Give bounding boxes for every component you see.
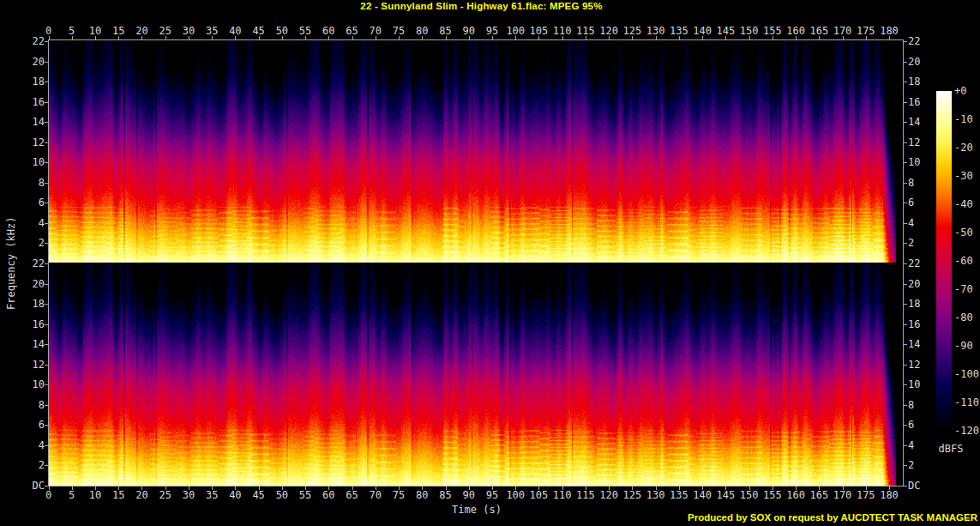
freq-tick-label-right: 8 (908, 399, 939, 411)
time-tick-mark-top (725, 36, 726, 39)
time-tick-mark-bottom (609, 487, 610, 490)
time-tick-mark-bottom (189, 487, 189, 490)
freq-tick-label-left: 22 (19, 257, 45, 269)
time-tick-label-bottom: 65 (340, 489, 365, 501)
time-tick-mark-top (819, 36, 820, 39)
time-tick-mark-bottom (843, 487, 844, 490)
freq-tick-mark-right (904, 122, 907, 123)
time-tick-mark-top (866, 36, 867, 39)
freq-tick-mark-right (904, 445, 907, 446)
freq-tick-label-left: 20 (19, 278, 45, 290)
time-tick-label-top: 110 (550, 25, 575, 37)
time-tick-label-top: 130 (643, 25, 669, 37)
time-tick-mark-top (562, 36, 563, 39)
time-tick-label-bottom: 125 (619, 489, 645, 501)
dbfs-tick-label: -80 (954, 311, 980, 323)
freq-tick-mark-right (904, 486, 907, 487)
freq-tick-mark-right (904, 304, 907, 305)
time-tick-label-top: 125 (619, 25, 645, 37)
time-tick-mark-top (538, 36, 539, 39)
freq-tick-mark-left (45, 223, 48, 224)
time-tick-mark-top (773, 36, 773, 39)
time-tick-label-top: 35 (199, 25, 225, 37)
time-tick-label-top: 105 (526, 25, 551, 37)
time-tick-label-top: 75 (386, 25, 412, 37)
time-tick-label-bottom: 55 (292, 489, 318, 501)
dbfs-tick-label: -110 (954, 396, 980, 408)
freq-tick-label-left: 2 (19, 459, 45, 471)
time-tick-mark-top (282, 36, 283, 39)
freq-tick-mark-left (45, 263, 48, 264)
time-tick-label-top: 70 (363, 25, 388, 37)
time-tick-mark-bottom (819, 487, 820, 490)
time-tick-label-bottom: 110 (550, 489, 575, 501)
time-tick-label-bottom: 175 (853, 489, 879, 501)
time-tick-label-top: 140 (689, 25, 715, 37)
time-tick-label-bottom: 160 (783, 489, 809, 501)
time-tick-mark-top (189, 36, 189, 39)
time-tick-label-bottom: 60 (316, 489, 341, 501)
time-tick-label-top: 30 (176, 25, 201, 37)
freq-tick-mark-right (904, 82, 907, 82)
freq-tick-label-right: 8 (908, 177, 939, 189)
freq-tick-label-right: 18 (908, 76, 939, 88)
sox-spectrogram-image: 22 - Sunnyland Slim - Highway 61.flac: M… (0, 0, 980, 526)
time-tick-label-bottom: 40 (222, 489, 248, 501)
time-tick-mark-bottom (562, 487, 563, 490)
freq-tick-label-right: 22 (908, 35, 939, 47)
time-tick-label-bottom: 165 (806, 489, 832, 501)
freq-tick-label-left: 10 (19, 156, 45, 168)
time-tick-mark-bottom (538, 487, 539, 490)
freq-tick-mark-right (904, 284, 907, 285)
freq-tick-label-left: 8 (19, 399, 45, 411)
freq-tick-mark-right (904, 263, 907, 264)
time-tick-label-bottom: 150 (737, 489, 762, 501)
time-tick-mark-bottom (749, 487, 750, 490)
freq-tick-mark-left (45, 344, 48, 345)
freq-tick-mark-right (904, 102, 907, 103)
freq-tick-label-left: 16 (19, 318, 45, 330)
freq-tick-mark-right (904, 243, 907, 244)
dbfs-tick-label: -40 (954, 198, 980, 210)
freq-tick-label-left: 6 (19, 196, 45, 209)
time-tick-mark-bottom (72, 487, 73, 490)
time-tick-label-bottom: 45 (246, 489, 272, 501)
freq-tick-label-left: 12 (19, 359, 45, 371)
freq-tick-mark-left (45, 384, 48, 385)
time-tick-mark-bottom (422, 487, 423, 490)
time-tick-mark-top (492, 36, 493, 39)
time-tick-mark-bottom (446, 487, 447, 490)
time-tick-mark-top (632, 36, 633, 39)
time-tick-mark-top (469, 36, 470, 39)
time-tick-label-top: 170 (830, 25, 856, 37)
time-tick-label-top: 55 (292, 25, 318, 37)
freq-tick-mark-left (45, 203, 48, 203)
time-tick-label-bottom: 10 (82, 489, 108, 501)
freq-tick-mark-left (45, 142, 48, 143)
time-tick-label-top: 10 (82, 25, 108, 37)
freq-tick-mark-right (904, 405, 907, 406)
freq-tick-mark-left (45, 465, 48, 466)
time-tick-label-bottom: 140 (689, 489, 715, 501)
freq-tick-mark-left (45, 304, 48, 305)
time-tick-label-bottom: 85 (433, 489, 459, 501)
freq-tick-label-left: DC (19, 480, 45, 492)
time-tick-mark-bottom (632, 487, 633, 490)
time-tick-mark-bottom (679, 487, 680, 490)
freq-tick-mark-left (45, 183, 48, 184)
time-tick-mark-top (679, 36, 680, 39)
dbfs-tick-label: -30 (954, 170, 980, 182)
freq-tick-label-left: 12 (19, 136, 45, 148)
time-tick-mark-top (422, 36, 423, 39)
time-tick-label-bottom: 35 (199, 489, 225, 501)
freq-tick-label-left: 2 (19, 237, 45, 249)
time-tick-label-top: 145 (712, 25, 738, 37)
time-tick-label-bottom: 130 (643, 489, 669, 501)
page-title: 22 - Sunnyland Slim - Highway 61.flac: M… (0, 1, 963, 11)
time-tick-label-top: 95 (479, 25, 505, 37)
freq-tick-label-left: 8 (19, 177, 45, 189)
time-tick-mark-bottom (725, 487, 726, 490)
plot-frame-top (48, 39, 904, 40)
time-tick-label-bottom: 100 (502, 489, 528, 501)
time-tick-mark-top (702, 36, 703, 39)
